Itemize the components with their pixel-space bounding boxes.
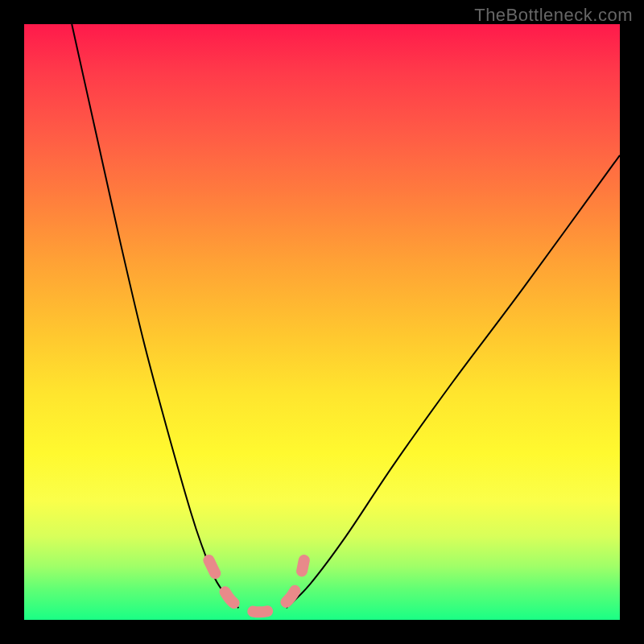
right-curve: [287, 155, 620, 608]
left-curve: [72, 24, 238, 608]
optimal-zone-dashed: [208, 560, 303, 612]
curves-svg: [24, 24, 620, 620]
watermark-text: TheBottleneck.com: [474, 5, 633, 26]
plot-area: [24, 24, 620, 620]
chart-frame: TheBottleneck.com: [0, 0, 644, 644]
